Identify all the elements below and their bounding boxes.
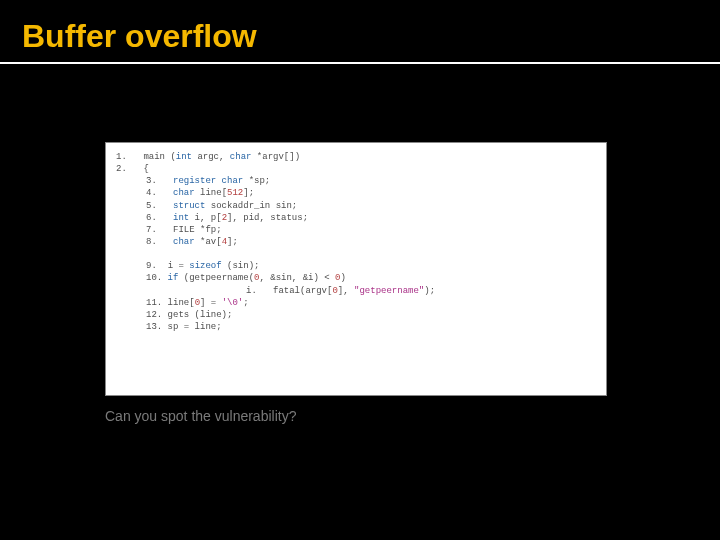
code-line-6: 6. int i, p[2], pid, status;	[116, 212, 596, 224]
code-line-7: 7. FILE *fp;	[116, 224, 596, 236]
code-line-10: 10. if (getpeername(0, &sin, &i) < 0)	[116, 272, 596, 284]
code-line-4: 4. char line[512];	[116, 187, 596, 199]
code-line-blank	[116, 248, 596, 260]
title-underline	[0, 62, 720, 64]
code-line-9: 9. i = sizeof (sin);	[116, 260, 596, 272]
code-line-12: 12. gets (line);	[116, 309, 596, 321]
code-line-11: 11. line[0] = '\0';	[116, 297, 596, 309]
caption-text: Can you spot the vulnerability?	[105, 408, 296, 424]
code-line-10i: i. fatal(argv[0], "getpeername");	[116, 285, 596, 297]
code-line-5: 5. struct sockaddr_in sin;	[116, 200, 596, 212]
code-line-2: 2. {	[116, 163, 596, 175]
slide-title: Buffer overflow	[22, 18, 257, 55]
code-block: 1. main (int argc, char *argv[]) 2. { 3.…	[105, 142, 607, 396]
code-line-8: 8. char *av[4];	[116, 236, 596, 248]
code-line-1: 1. main (int argc, char *argv[])	[116, 151, 596, 163]
code-line-3: 3. register char *sp;	[116, 175, 596, 187]
code-line-13: 13. sp = line;	[116, 321, 596, 333]
